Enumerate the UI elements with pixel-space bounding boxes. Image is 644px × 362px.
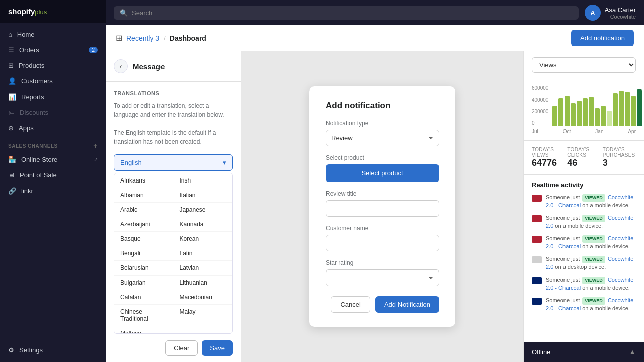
stat-purchases: TODAY'SPURCHASES 3 bbox=[603, 147, 636, 168]
panel-footer: Clear Save bbox=[106, 334, 241, 362]
lang-item[interactable]: Azerbaijani bbox=[114, 217, 174, 232]
sidebar-item-online-store[interactable]: 🏪 Online Store ↗ bbox=[0, 152, 106, 167]
add-notification-modal: Add notification Notification type Revie… bbox=[309, 86, 455, 327]
lang-item[interactable]: Korean bbox=[174, 232, 233, 246]
save-button[interactable]: Save bbox=[202, 340, 233, 356]
panel-title: Message bbox=[133, 62, 165, 71]
stats-row: TODAY'SVIEWS 64776 TODAY'SCLICKS 46 TODA… bbox=[524, 141, 644, 175]
activity-item: Someone just VIEWED Cocowhite 2.0 - Char… bbox=[532, 297, 636, 312]
lang-item[interactable]: Latin bbox=[174, 246, 233, 261]
back-button[interactable]: ‹ bbox=[114, 59, 128, 73]
sidebar-item-reports[interactable]: 📊 Reports bbox=[0, 89, 106, 105]
lang-item[interactable]: Irish bbox=[174, 173, 233, 188]
lang-item[interactable]: Kannada bbox=[174, 217, 233, 232]
offline-bar: Offline ▲ bbox=[524, 342, 644, 362]
lang-item[interactable]: Albanian bbox=[114, 188, 174, 203]
reports-icon: 📊 bbox=[8, 93, 16, 101]
sidebar-item-linkr[interactable]: 🔗 linkr bbox=[0, 183, 106, 199]
search-input[interactable] bbox=[132, 9, 573, 17]
customer-name-input[interactable] bbox=[326, 235, 439, 251]
breadcrumb-recently[interactable]: Recently 3 bbox=[126, 34, 159, 42]
realtime-title: Realtime activity bbox=[532, 181, 636, 189]
sidebar-item-customers[interactable]: 👤 Customers bbox=[0, 73, 106, 89]
y-label-400k: 400000 bbox=[532, 97, 548, 103]
flag-icon bbox=[532, 215, 542, 222]
products-icon: ⊞ bbox=[8, 62, 14, 69]
search-icon: 🔍 bbox=[120, 9, 128, 17]
sidebar-item-orders[interactable]: ☰ Orders 2 bbox=[0, 42, 106, 58]
x-label-apr: Apr bbox=[628, 129, 636, 134]
lang-item[interactable]: Macedonian bbox=[174, 290, 233, 305]
customer-name-group: Customer name bbox=[326, 225, 439, 251]
modal-title: Add notification bbox=[326, 101, 439, 111]
language-list: AfrikaansIrishAlbanianItalianArabicJapan… bbox=[114, 173, 233, 334]
add-notification-submit-button[interactable]: Add Notification bbox=[375, 296, 439, 313]
lang-item[interactable]: Catalan bbox=[114, 290, 174, 305]
lang-item[interactable]: Japanese bbox=[174, 203, 233, 217]
activity-list: Someone just VIEWED Cocowhite 2.0 - Char… bbox=[532, 194, 636, 312]
notification-type-select[interactable]: Review bbox=[326, 130, 439, 146]
flag-icon bbox=[532, 277, 542, 284]
lang-item[interactable]: Belarusian bbox=[114, 261, 174, 276]
sidebar-item-products[interactable]: ⊞ Products bbox=[0, 58, 106, 73]
customers-icon: 👤 bbox=[8, 77, 16, 85]
store-icon: 🏪 bbox=[8, 156, 16, 163]
viewed-badge: VIEWED bbox=[582, 194, 605, 202]
lang-item[interactable]: Bulgarian bbox=[114, 276, 174, 290]
breadcrumb: ⊞ Recently 3 / Dashboard bbox=[116, 33, 206, 43]
chart-bar bbox=[583, 98, 588, 126]
clicks-value: 46 bbox=[567, 158, 600, 168]
user-info: A Asa Carter Cocowhite bbox=[585, 5, 636, 21]
views-select[interactable]: Views bbox=[532, 57, 636, 73]
viewed-badge: VIEWED bbox=[582, 215, 605, 222]
panel-header: ‹ Message bbox=[106, 51, 241, 82]
lang-item[interactable]: Malay bbox=[174, 305, 233, 326]
x-label-jul: Jul bbox=[532, 129, 538, 134]
sidebar-item-settings[interactable]: ⚙ Settings bbox=[0, 342, 106, 358]
lang-item[interactable]: Arabic bbox=[114, 203, 174, 217]
activity-item: Someone just VIEWED Cocowhite 2.0 on a m… bbox=[532, 214, 636, 230]
lang-item[interactable]: Chinese Traditional bbox=[114, 305, 174, 326]
review-title-input[interactable] bbox=[326, 200, 439, 217]
language-dropdown[interactable]: English ▾ bbox=[114, 154, 233, 171]
apps-icon: ⊕ bbox=[8, 124, 14, 132]
chart-x-labels: Jul Oct Jan Apr bbox=[532, 129, 636, 134]
activity-text: Someone just VIEWED Cocowhite 2.0 on a m… bbox=[546, 214, 636, 230]
cancel-button[interactable]: Cancel bbox=[331, 296, 370, 313]
y-label-0: 0 bbox=[532, 120, 548, 126]
lang-item[interactable]: Bengali bbox=[114, 246, 174, 261]
stat-views: TODAY'SVIEWS 64776 bbox=[532, 147, 565, 168]
sidebar-item-home[interactable]: ⌂ Home bbox=[0, 27, 106, 42]
collapse-icon[interactable]: ▲ bbox=[629, 348, 636, 356]
sidebar-item-discounts: 🏷 Discounts bbox=[0, 105, 106, 120]
star-rating-select[interactable] bbox=[326, 269, 439, 286]
chart-bar bbox=[565, 96, 570, 126]
viewed-badge: VIEWED bbox=[582, 235, 605, 243]
viewed-badge: VIEWED bbox=[582, 277, 605, 284]
add-notification-button[interactable]: Add notification bbox=[571, 30, 634, 46]
select-product-label: Select product bbox=[326, 154, 439, 161]
sidebar-item-pos[interactable]: 🖥 Point of Sale bbox=[0, 167, 106, 183]
clear-button[interactable]: Clear bbox=[165, 340, 198, 356]
grid-icon: ⊞ bbox=[116, 33, 122, 43]
notification-type-group: Notification type Review bbox=[326, 120, 439, 146]
lang-item[interactable]: Italian bbox=[174, 188, 233, 203]
lang-item[interactable]: Lithuanian bbox=[174, 276, 233, 290]
chart-bar bbox=[577, 101, 582, 126]
orders-badge: 2 bbox=[89, 47, 98, 53]
views-value: 64776 bbox=[532, 158, 565, 168]
flag-icon bbox=[532, 236, 542, 243]
user-name: Asa Carter bbox=[605, 6, 636, 14]
add-channel-icon[interactable]: + bbox=[93, 142, 98, 150]
chart-bar bbox=[571, 103, 576, 126]
activity-text: Someone just VIEWED Cocowhite 2.0 on a d… bbox=[546, 255, 636, 271]
lang-item[interactable]: Maltese bbox=[114, 326, 174, 334]
sidebar-item-apps[interactable]: ⊕ Apps bbox=[0, 120, 106, 136]
review-title-label: Review title bbox=[326, 190, 439, 197]
lang-item[interactable]: Basque bbox=[114, 232, 174, 246]
lang-item[interactable]: Latvian bbox=[174, 261, 233, 276]
search-bar[interactable]: 🔍 bbox=[114, 6, 579, 20]
select-product-button[interactable]: Select product bbox=[326, 164, 439, 182]
star-rating-group: Star rating bbox=[326, 259, 439, 286]
lang-item[interactable]: Afrikaans bbox=[114, 173, 174, 188]
